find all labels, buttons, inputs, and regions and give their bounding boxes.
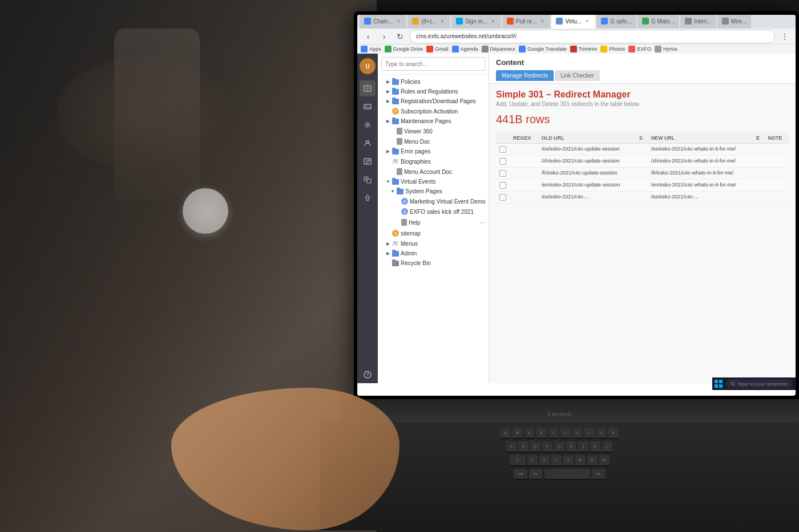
key-fn[interactable]: Fn [529, 469, 543, 480]
bookmark-photos[interactable]: Photos [600, 46, 625, 52]
key-o[interactable]: O [596, 428, 607, 439]
tab-close-5[interactable]: × [584, 18, 591, 25]
row-checkbox-4[interactable] [496, 180, 510, 192]
bookmark-drive[interactable]: Google Drive [385, 46, 423, 52]
tree-item-biographies[interactable]: ▶ Biographies [378, 156, 489, 166]
extensions-button[interactable]: ⋮ [778, 30, 791, 43]
key-t[interactable]: T [548, 428, 559, 439]
key-p[interactable]: P [608, 428, 619, 439]
tab-manage-redirects[interactable]: Manage Redirects [496, 70, 554, 81]
bookmark-dep[interactable]: Dépanneur [482, 46, 516, 52]
bookmark-gmail[interactable]: Gmail [426, 46, 449, 52]
browser-tab-9[interactable]: Mire... [717, 15, 752, 29]
key-h[interactable]: H [566, 441, 576, 453]
tree-item-rules[interactable]: ▶ Rules and Regulations [378, 87, 489, 96]
tree-item-menudoc[interactable]: ▶ Menu Doc [378, 136, 489, 147]
key-i[interactable]: I [584, 428, 595, 439]
tree-item-viewer360[interactable]: ▶ Viewer 360 [378, 126, 489, 136]
back-button[interactable]: ‹ [362, 30, 374, 43]
key-alt[interactable]: Alt [592, 469, 606, 480]
forward-button[interactable]: › [378, 30, 390, 43]
tab-close-2[interactable]: × [439, 18, 446, 25]
row-checkbox-2[interactable] [496, 156, 510, 168]
browser-tab-1[interactable]: Chain... × [360, 15, 406, 29]
tab-close-1[interactable]: × [395, 18, 402, 25]
tree-item-error[interactable]: ▶ Error pages [378, 147, 489, 156]
browser-tab-6[interactable]: G xpfo... [596, 15, 636, 29]
cms-icon-media[interactable] [360, 99, 376, 115]
key-d[interactable]: D [530, 441, 540, 453]
key-m[interactable]: M [599, 455, 610, 466]
key-w[interactable]: W [513, 428, 523, 439]
key-r[interactable]: R [536, 428, 547, 439]
key-l[interactable]: L [602, 441, 612, 453]
key-a[interactable]: A [506, 441, 516, 453]
tree-item-menus[interactable]: ▶ Menus [378, 238, 489, 249]
key-ctrl[interactable]: Ctrl [514, 469, 527, 480]
key-b[interactable]: B [575, 455, 586, 466]
bookmark-apps[interactable]: Apps [361, 46, 381, 52]
cms-icon-translation[interactable] [360, 172, 376, 188]
key-shift[interactable]: ⇧ [510, 455, 526, 466]
tree-item-sitemap[interactable]: ▶ S sitemap [378, 228, 489, 238]
bookmark-hyrtra[interactable]: Hyrtra [655, 46, 677, 52]
cms-icon-forms[interactable] [360, 153, 376, 169]
tree-item-maintenance[interactable]: ▶ Maintenance Pages [378, 116, 489, 126]
row-checkbox-1[interactable] [496, 144, 510, 156]
cms-icon-settings[interactable] [360, 117, 376, 133]
key-q[interactable]: Q [501, 428, 511, 439]
tree-item-exfosales[interactable]: ▶ A EXFO sales kick off 2021 [378, 206, 489, 217]
key-k[interactable]: K [590, 441, 600, 453]
row-checkbox-5[interactable] [496, 192, 510, 204]
browser-tab-8[interactable]: Interi... [680, 15, 716, 29]
key-g[interactable]: G [554, 441, 564, 453]
key-y[interactable]: Y [560, 428, 571, 439]
key-s[interactable]: S [518, 441, 528, 453]
key-e[interactable]: E [524, 428, 535, 439]
tree-arrow-maintenance: ▶ [386, 119, 390, 124]
help-dots-button[interactable]: ··· [479, 218, 485, 226]
bookmark-agenda[interactable]: Agenda [452, 46, 478, 52]
key-space[interactable] [544, 469, 590, 480]
key-x[interactable]: X [539, 455, 550, 466]
key-z[interactable]: Z [527, 455, 538, 466]
cms-icon-members[interactable] [360, 135, 376, 151]
key-n[interactable]: N [587, 455, 598, 466]
tree-item-virtualevents[interactable]: ▼ Virtual Events [378, 177, 489, 186]
tree-item-systempages[interactable]: ▼ System Pages [378, 186, 489, 196]
cms-icon-deploy[interactable] [360, 190, 376, 206]
refresh-button[interactable]: ↻ [394, 30, 406, 43]
browser-tab-7[interactable]: G Mato... [637, 15, 679, 29]
windows-logo[interactable] [715, 380, 723, 388]
taskbar-search[interactable]: Taper ici pour rechercher [726, 379, 792, 388]
svg-point-20 [396, 160, 398, 161]
tree-item-recycle[interactable]: ▶ Recycle Bin [378, 258, 489, 268]
key-c[interactable]: C [551, 455, 562, 466]
cms-search-input[interactable] [381, 57, 485, 71]
bookmark-exfo[interactable]: EXFO [628, 46, 651, 52]
tree-item-subscription[interactable]: ▶ ↺ Subscription Activation [378, 106, 489, 116]
tree-item-admin[interactable]: ▶ Admin [378, 249, 489, 258]
tree-item-marketing[interactable]: ▶ A Marketing Virtual Event Demo [378, 196, 489, 206]
browser-tab-2[interactable]: (8+)... × [407, 15, 450, 29]
key-u[interactable]: U [572, 428, 583, 439]
bookmark-translate[interactable]: Google Translate [519, 46, 567, 52]
tab-close-4[interactable]: × [539, 18, 546, 25]
tree-item-menuaccountdoc[interactable]: ▶ Menu Account Doc [378, 166, 489, 177]
key-j[interactable]: J [578, 441, 588, 453]
address-bar[interactable]: cms.exfo.azurewebsites.net/umbraco/#/ [410, 30, 775, 43]
tree-item-registration[interactable]: ▶ Registration/Download Pages [378, 96, 489, 106]
key-v[interactable]: V [563, 455, 574, 466]
browser-tab-5[interactable]: Virtu... × [551, 15, 595, 29]
tree-item-policies[interactable]: ▶ Policies [378, 77, 489, 87]
key-f[interactable]: F [542, 441, 552, 453]
row-checkbox-3[interactable] [496, 168, 510, 180]
tab-close-3[interactable]: × [490, 18, 497, 25]
tab-link-checker[interactable]: Link Checker [555, 70, 599, 81]
cms-icon-content[interactable] [360, 80, 376, 96]
cms-icon-help[interactable] [360, 367, 376, 383]
tree-item-help[interactable]: ▶ Help ··· [378, 217, 489, 228]
browser-tab-4[interactable]: Pull re... × [502, 15, 551, 29]
bookmark-trimtrim[interactable]: Trimtrim [570, 46, 598, 52]
browser-tab-3[interactable]: Sign in... × [451, 15, 501, 29]
